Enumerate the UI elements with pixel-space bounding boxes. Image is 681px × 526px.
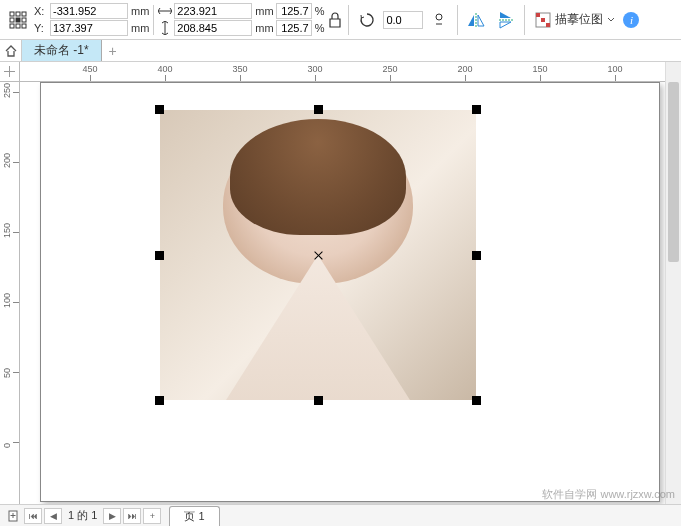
sy-unit: % bbox=[315, 22, 325, 34]
chevron-down-icon bbox=[607, 17, 615, 23]
svg-rect-5 bbox=[22, 18, 26, 22]
y-unit: mm bbox=[131, 22, 149, 34]
add-page-after-button[interactable]: + bbox=[143, 508, 161, 524]
position-group: X: mm Y: mm bbox=[34, 3, 149, 36]
selected-bitmap[interactable] bbox=[160, 110, 476, 400]
prev-page-button[interactable]: ◀ bbox=[44, 508, 62, 524]
canvas[interactable] bbox=[20, 82, 681, 504]
next-page-button[interactable]: ▶ bbox=[103, 508, 121, 524]
scale-y-input[interactable] bbox=[276, 20, 312, 36]
add-page-icon[interactable] bbox=[4, 508, 22, 524]
vtick-label: 250 bbox=[2, 83, 12, 98]
first-page-button[interactable]: ⏮ bbox=[24, 508, 42, 524]
home-tab-icon[interactable] bbox=[0, 40, 22, 61]
trace-bitmap-button[interactable]: 描摹位图 bbox=[529, 9, 621, 30]
svg-rect-3 bbox=[10, 18, 14, 22]
mirror-horizontal-icon[interactable] bbox=[462, 3, 490, 37]
ruler-origin[interactable] bbox=[0, 62, 20, 82]
x-label: X: bbox=[34, 5, 48, 17]
htick-label: 300 bbox=[307, 64, 322, 74]
vtick-label: 0 bbox=[2, 443, 12, 448]
rotation-dropdown-icon[interactable] bbox=[425, 3, 453, 37]
info-icon[interactable]: i bbox=[623, 12, 639, 28]
htick-label: 400 bbox=[157, 64, 172, 74]
svg-rect-6 bbox=[10, 24, 14, 28]
svg-rect-11 bbox=[536, 13, 540, 17]
resize-handle-br[interactable] bbox=[472, 396, 481, 405]
svg-rect-1 bbox=[16, 12, 20, 16]
resize-handle-bl[interactable] bbox=[155, 396, 164, 405]
resize-handle-ml[interactable] bbox=[155, 251, 164, 260]
divider bbox=[524, 5, 525, 35]
property-bar: X: mm Y: mm mm mm % % bbox=[0, 0, 681, 40]
rotation-input[interactable] bbox=[383, 11, 423, 29]
vtick-label: 50 bbox=[2, 368, 12, 378]
divider bbox=[457, 5, 458, 35]
scrollbar-thumb[interactable] bbox=[668, 82, 679, 262]
height-icon bbox=[158, 21, 172, 35]
svg-rect-2 bbox=[22, 12, 26, 16]
vertical-scrollbar[interactable] bbox=[665, 62, 681, 504]
htick-label: 150 bbox=[532, 64, 547, 74]
status-bar: ⏮ ◀ 1 的 1 ▶ ⏭ + 页 1 bbox=[0, 504, 681, 526]
htick-label: 250 bbox=[382, 64, 397, 74]
svg-point-9 bbox=[436, 14, 442, 20]
vtick-label: 100 bbox=[2, 293, 12, 308]
horizontal-ruler[interactable]: 450 400 350 300 250 200 150 100 bbox=[20, 62, 681, 82]
mirror-vertical-icon[interactable] bbox=[492, 3, 520, 37]
resize-handle-tl[interactable] bbox=[155, 105, 164, 114]
h-unit: mm bbox=[255, 22, 273, 34]
y-label: Y: bbox=[34, 22, 48, 34]
svg-rect-13 bbox=[546, 23, 550, 27]
height-input[interactable] bbox=[174, 20, 252, 36]
selection-center-icon[interactable] bbox=[313, 250, 324, 261]
rotation-icon bbox=[353, 3, 381, 37]
last-page-button[interactable]: ⏭ bbox=[123, 508, 141, 524]
scale-group: % % bbox=[276, 3, 325, 36]
document-tabs: 未命名 -1* + bbox=[0, 40, 681, 62]
htick-label: 200 bbox=[457, 64, 472, 74]
svg-rect-0 bbox=[10, 12, 14, 16]
svg-rect-12 bbox=[541, 18, 545, 22]
document-tab-label: 未命名 -1* bbox=[34, 42, 89, 59]
add-tab-label: + bbox=[109, 43, 117, 59]
w-unit: mm bbox=[255, 5, 273, 17]
trace-bitmap-icon bbox=[535, 12, 551, 28]
resize-handle-bm[interactable] bbox=[314, 396, 323, 405]
divider bbox=[348, 5, 349, 35]
page-tab-label: 页 1 bbox=[184, 510, 204, 522]
vertical-ruler[interactable]: 250 200 150 100 50 0 bbox=[0, 62, 20, 504]
width-icon bbox=[158, 4, 172, 18]
y-input[interactable] bbox=[50, 20, 128, 36]
scale-x-input[interactable] bbox=[276, 3, 312, 19]
lock-ratio-icon[interactable] bbox=[326, 12, 344, 28]
divider bbox=[153, 5, 154, 35]
size-group: mm mm bbox=[158, 3, 273, 36]
main-area: 450 400 350 300 250 200 150 100 bbox=[20, 62, 681, 504]
page-tab[interactable]: 页 1 bbox=[169, 506, 219, 526]
vtick-label: 150 bbox=[2, 223, 12, 238]
x-input[interactable] bbox=[50, 3, 128, 19]
resize-handle-tr[interactable] bbox=[472, 105, 481, 114]
object-origin-icon[interactable] bbox=[4, 3, 32, 37]
vtick-label: 200 bbox=[2, 153, 12, 168]
resize-handle-mr[interactable] bbox=[472, 251, 481, 260]
htick-label: 350 bbox=[232, 64, 247, 74]
trace-bitmap-label: 描摹位图 bbox=[555, 11, 603, 28]
htick-label: 100 bbox=[607, 64, 622, 74]
add-document-tab[interactable]: + bbox=[102, 40, 124, 61]
page-count: 1 的 1 bbox=[64, 508, 101, 523]
svg-rect-8 bbox=[22, 24, 26, 28]
width-input[interactable] bbox=[174, 3, 252, 19]
svg-rect-4 bbox=[16, 18, 20, 22]
sx-unit: % bbox=[315, 5, 325, 17]
document-tab[interactable]: 未命名 -1* bbox=[22, 40, 102, 61]
x-unit: mm bbox=[131, 5, 149, 17]
svg-rect-7 bbox=[16, 24, 20, 28]
htick-label: 450 bbox=[82, 64, 97, 74]
workspace: 250 200 150 100 50 0 450 400 350 300 250… bbox=[0, 62, 681, 504]
resize-handle-tm[interactable] bbox=[314, 105, 323, 114]
